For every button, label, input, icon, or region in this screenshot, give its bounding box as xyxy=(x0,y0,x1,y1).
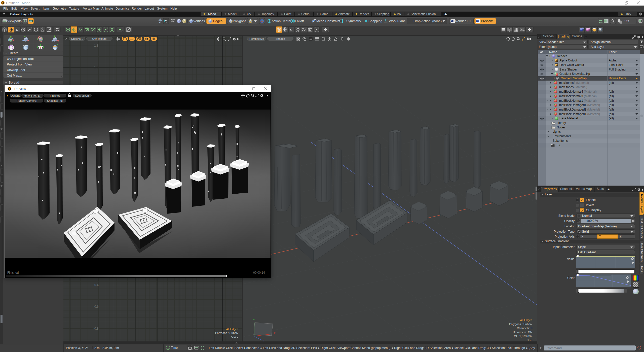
svg-text:Y: Y xyxy=(253,319,255,322)
svg-text:X: X xyxy=(274,332,276,335)
svg-text:Z: Z xyxy=(263,339,265,341)
